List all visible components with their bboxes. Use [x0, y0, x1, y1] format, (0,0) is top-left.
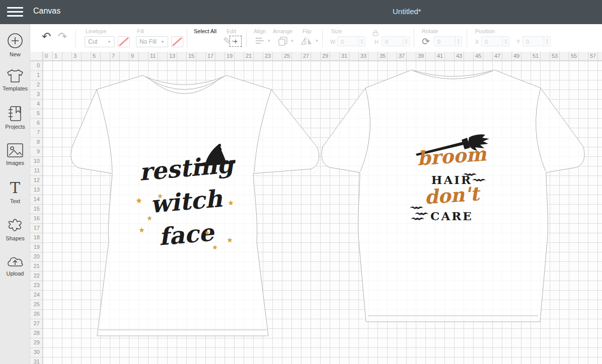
- rotate-input[interactable]: 0 ▲▼: [434, 36, 462, 46]
- stepper-icon[interactable]: ▲▼: [358, 37, 365, 46]
- select-all-label[interactable]: Select All: [194, 28, 216, 34]
- edit-pencil-icon[interactable]: ✎▼: [223, 35, 235, 47]
- linetype-color-swatch[interactable]: [118, 36, 130, 47]
- ruler-tick-label: 16: [34, 215, 40, 221]
- ruler-tick-label: 21: [246, 53, 252, 59]
- sidebar-item-templates[interactable]: Templates: [0, 68, 30, 92]
- sidebar-item-label: Images: [0, 160, 30, 166]
- sidebar-item-new[interactable]: New: [0, 32, 30, 57]
- document-title[interactable]: Untitled*: [393, 7, 421, 16]
- ruler-tick-label: 13: [34, 187, 40, 193]
- ruler-tick-label: 27: [303, 53, 309, 59]
- ruler-tick-label: 15: [188, 53, 194, 59]
- ruler-tick-label: 39: [418, 53, 424, 59]
- ruler-tick-label: 47: [494, 53, 500, 59]
- arrange-label: Arrange: [273, 28, 292, 34]
- no-color-slash-icon: [118, 37, 129, 47]
- flip-icon[interactable]: ▼: [300, 37, 319, 48]
- ruler-tick-label: 51: [533, 53, 539, 59]
- ruler-tick-label: 17: [34, 225, 40, 231]
- star-icon: [136, 198, 142, 204]
- app-header: Canvas Untitled*: [0, 0, 602, 24]
- linetype-select[interactable]: ▼ Cut: [85, 36, 115, 47]
- ruler-tick-label: 45: [475, 53, 481, 59]
- design-text-line: broom: [407, 144, 496, 169]
- sidebar-item-text[interactable]: T Text: [0, 180, 30, 204]
- sidebar-item-label: Projects: [0, 124, 30, 130]
- menu-icon[interactable]: [7, 7, 23, 17]
- linetype-label: Linetype: [86, 28, 107, 34]
- undo-icon[interactable]: ↶: [42, 30, 51, 43]
- ruler-tick-label: 28: [34, 330, 40, 336]
- sidebar-item-upload[interactable]: Upload: [0, 254, 30, 277]
- rotate-value: 0: [434, 37, 455, 46]
- stepper-icon[interactable]: ▲▼: [544, 37, 550, 46]
- arrange-icon[interactable]: ▼: [278, 36, 294, 48]
- ruler-tick-label: 7: [37, 129, 40, 135]
- star-icon: [227, 237, 233, 243]
- ruler-tick-label: 6: [37, 120, 40, 126]
- image-icon: [0, 143, 30, 158]
- stepper-icon[interactable]: ▲▼: [502, 37, 509, 46]
- ruler-corner: [30, 52, 43, 61]
- lock-icon[interactable]: [372, 29, 379, 38]
- ruler-tick-label: 31: [341, 53, 347, 59]
- sidebar-item-label: Shapes: [0, 235, 30, 241]
- fill-select[interactable]: ▼ No Fill: [136, 36, 168, 47]
- stepper-icon[interactable]: ▲▼: [455, 37, 462, 46]
- star-icon: [212, 245, 217, 250]
- ruler-tick-label: 1: [37, 72, 40, 78]
- bats-icon: [462, 171, 487, 187]
- ruler-tick-label: 9: [37, 148, 40, 154]
- design-broom-hair-dont-care[interactable]: broom HAIR don't CARE: [408, 134, 496, 234]
- x-input[interactable]: 0 ▲▼: [481, 36, 509, 46]
- no-color-slash-icon: [172, 37, 183, 47]
- ruler-tick-label: 29: [34, 339, 40, 345]
- width-input[interactable]: 0 ▲▼: [337, 36, 365, 46]
- ruler-tick-label: 3: [73, 53, 77, 59]
- ruler-tick-label: 55: [571, 53, 577, 59]
- stepper-icon[interactable]: ▲▼: [403, 37, 409, 46]
- ruler-tick-label: 13: [169, 53, 175, 59]
- ruler-tick-label: 0: [45, 53, 48, 59]
- flip-label: Flip: [303, 28, 312, 34]
- sidebar-item-label: Upload: [0, 270, 30, 277]
- ruler-tick-label: 53: [552, 53, 558, 59]
- text-icon: T: [0, 180, 30, 196]
- star-icon: [228, 200, 234, 206]
- design-canvas[interactable]: 0135791113151719212325272931333537394143…: [30, 52, 602, 364]
- design-text-line: resting: [127, 151, 245, 185]
- sidebar-item-label: Text: [0, 198, 30, 204]
- ruler-tick-label: 37: [399, 53, 405, 59]
- fill-color-swatch[interactable]: [171, 36, 183, 47]
- sidebar-item-projects[interactable]: Projects: [0, 106, 30, 130]
- ruler-tick-label: 57: [590, 53, 596, 59]
- ruler-tick-label: 5: [93, 53, 96, 59]
- sidebar-item-shapes[interactable]: Shapes: [0, 217, 30, 241]
- ruler-tick-label: 24: [34, 292, 40, 298]
- ruler-tick-label: 41: [437, 53, 443, 59]
- rotate-icon[interactable]: ⟳: [422, 36, 430, 47]
- ruler-tick-label: 1: [54, 53, 57, 59]
- star-icon: [205, 230, 209, 235]
- align-icon[interactable]: ▼: [255, 37, 271, 47]
- x-value: 0: [482, 37, 502, 46]
- ruler-tick-label: 5: [37, 110, 40, 116]
- sidebar-item-images[interactable]: Images: [0, 143, 30, 166]
- star-icon: [0, 217, 30, 233]
- ruler-tick-label: 7: [112, 53, 115, 59]
- ruler-tick-label: 15: [34, 206, 40, 212]
- fill-label: Fill: [137, 28, 144, 34]
- canvas-grid[interactable]: resting witch face broom HAIR don't CARE: [43, 61, 602, 364]
- design-resting-witch-face[interactable]: resting witch face: [128, 141, 244, 267]
- height-input[interactable]: 0 ▲▼: [382, 36, 410, 46]
- ruler-tick-label: 18: [34, 234, 40, 240]
- ruler-tick-label: 23: [34, 282, 40, 288]
- x-label: X: [475, 39, 479, 45]
- y-value: 0: [523, 37, 544, 46]
- ruler-tick-label: 27: [34, 320, 40, 326]
- size-label: Size: [331, 28, 342, 34]
- ruler-tick-label: 17: [207, 53, 213, 59]
- y-input[interactable]: 0 ▲▼: [522, 36, 551, 46]
- redo-icon[interactable]: ↷: [58, 30, 67, 43]
